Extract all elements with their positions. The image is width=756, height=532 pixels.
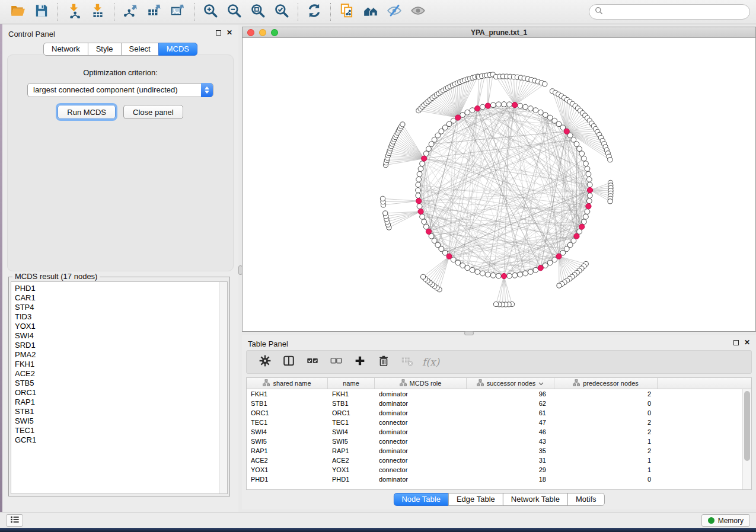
table-cell[interactable]: YOX1 (247, 466, 328, 473)
table-scrollbar-thumb[interactable] (744, 391, 750, 461)
mcds-result-item[interactable]: YOX1 (11, 322, 227, 331)
tab-select[interactable]: Select (121, 43, 159, 56)
table-cell[interactable]: SWI5 (247, 438, 328, 445)
export-image-button[interactable] (166, 2, 190, 22)
table-cell[interactable]: dominator (375, 447, 467, 454)
gear-button[interactable] (255, 352, 275, 371)
zoom-in-button[interactable] (199, 2, 222, 22)
mcds-result-item[interactable]: ORC1 (11, 388, 227, 398)
mcds-result-item[interactable]: TID3 (11, 312, 227, 322)
task-history-button[interactable] (6, 514, 23, 527)
close-panel-icon[interactable]: ✕ (227, 30, 232, 36)
mcds-result-item[interactable]: SRD1 (11, 341, 227, 350)
export-network-button[interactable] (119, 2, 142, 22)
mcds-result-item[interactable]: STP4 (11, 303, 227, 312)
float-table-panel-icon[interactable] (733, 340, 739, 345)
export-table-button[interactable] (142, 2, 166, 22)
first-neighbors-button[interactable] (359, 2, 382, 22)
search-box[interactable] (589, 4, 750, 20)
table-row[interactable]: PHD1PHD1dominator180 (247, 475, 751, 484)
mcds-result-item[interactable]: SWI4 (11, 331, 227, 341)
table-scrollbar[interactable] (742, 389, 751, 489)
column-header-predecessor-nodes[interactable]: predecessor nodes (554, 378, 658, 389)
table-row[interactable]: YOX1YOX1connector291 (247, 465, 751, 475)
table-cell[interactable]: dominator (375, 400, 467, 407)
close-table-panel-icon[interactable]: ✕ (744, 339, 750, 345)
table-cell[interactable]: RAP1 (328, 447, 375, 454)
table-cell[interactable]: FKH1 (247, 390, 328, 398)
table-cell[interactable]: 1 (554, 438, 658, 445)
table-cell[interactable]: 2 (554, 428, 658, 435)
close-panel-button[interactable]: Close panel (123, 105, 183, 119)
open-file-button[interactable] (6, 2, 30, 22)
mcds-result-item[interactable]: STB5 (11, 379, 227, 388)
table-cell[interactable]: connector (375, 419, 467, 426)
table-cell[interactable]: connector (375, 438, 467, 445)
save-session-button[interactable] (30, 2, 53, 22)
optimization-criterion-dropdown[interactable]: largest connected component (undirected) (27, 83, 213, 97)
table-row[interactable]: ORC1ORC1dominator610 (247, 408, 751, 418)
deselect-all-checks-button[interactable] (326, 352, 346, 371)
table-cell[interactable]: 35 (467, 447, 554, 454)
table-cell[interactable]: 0 (554, 400, 658, 407)
zoom-selected-button[interactable] (270, 2, 294, 22)
table-row[interactable]: FKH1FKH1dominator962 (247, 389, 751, 399)
tab-node-table[interactable]: Node Table (393, 493, 449, 506)
table-row[interactable]: RAP1RAP1dominator352 (247, 446, 751, 456)
delete-column-button[interactable] (374, 352, 394, 371)
select-all-checks-button[interactable] (302, 352, 323, 371)
table-cell[interactable]: dominator (375, 409, 467, 416)
table-cell[interactable]: TEC1 (247, 419, 328, 426)
table-cell[interactable]: dominator (375, 428, 467, 435)
mcds-result-list[interactable]: PHD1CAR1STP4TID3YOX1SWI4SRD1PMA2FKH1ACE2… (11, 281, 228, 494)
table-cell[interactable]: 0 (554, 476, 658, 483)
table-cell[interactable]: RAP1 (247, 447, 328, 454)
table-cell[interactable]: 0 (554, 409, 658, 416)
memory-button[interactable]: Memory (701, 514, 750, 527)
copy-network-button[interactable] (335, 2, 359, 22)
tab-network[interactable]: Network (43, 43, 88, 56)
mcds-result-item[interactable]: GCR1 (11, 435, 227, 445)
table-row[interactable]: SWI5SWI5connector431 (247, 437, 751, 446)
table-cell[interactable]: ACE2 (328, 457, 375, 464)
zoom-fit-button[interactable] (246, 2, 270, 22)
run-mcds-button[interactable]: Run MCDS (58, 105, 116, 119)
mcds-result-item[interactable]: RAP1 (11, 398, 227, 407)
search-input[interactable] (607, 8, 743, 17)
table-cell[interactable]: YOX1 (328, 466, 375, 473)
table-row[interactable]: TEC1TEC1connector472 (247, 418, 751, 427)
table-cell[interactable]: ORC1 (328, 409, 375, 416)
mcds-result-item[interactable]: STB1 (11, 407, 227, 416)
import-table-button[interactable] (86, 2, 110, 22)
table-cell[interactable]: ACE2 (247, 457, 328, 464)
tab-edge-table[interactable]: Edge Table (448, 493, 503, 506)
table-cell[interactable]: connector (375, 457, 467, 464)
hide-selected-button[interactable] (382, 2, 406, 22)
table-cell[interactable]: PHD1 (328, 476, 375, 483)
zoom-out-button[interactable] (222, 2, 246, 22)
column-header-MCDS-role[interactable]: MCDS role (375, 378, 467, 389)
table-cell[interactable]: 47 (467, 419, 554, 426)
float-panel-icon[interactable] (216, 30, 221, 36)
table-cell[interactable]: STB1 (328, 400, 375, 407)
table-cell[interactable]: 2 (554, 447, 658, 454)
network-graph[interactable] (243, 38, 755, 332)
table-row[interactable]: STB1STB1dominator620 (247, 399, 751, 408)
split-columns-button[interactable] (279, 352, 299, 371)
table-cell[interactable]: SWI5 (328, 438, 375, 445)
table-cell[interactable]: dominator (375, 390, 467, 398)
mcds-result-item[interactable]: CAR1 (11, 293, 227, 303)
table-cell[interactable]: FKH1 (328, 390, 375, 398)
table-cell[interactable]: SWI4 (328, 428, 375, 435)
refresh-button[interactable] (302, 2, 326, 22)
table-cell[interactable]: ORC1 (247, 409, 328, 416)
tab-mcds[interactable]: MCDS (158, 43, 197, 56)
network-window-titlebar[interactable]: YPA_prune.txt_1 (243, 27, 755, 38)
mcds-result-item[interactable]: FKH1 (11, 360, 227, 369)
table-cell[interactable]: 96 (467, 390, 554, 398)
table-cell[interactable]: 2 (554, 419, 658, 426)
table-row[interactable]: ACE2ACE2connector311 (247, 456, 751, 465)
import-network-button[interactable] (62, 2, 86, 22)
mcds-result-item[interactable]: ACE2 (11, 369, 227, 379)
table-cell[interactable]: PHD1 (247, 476, 328, 483)
